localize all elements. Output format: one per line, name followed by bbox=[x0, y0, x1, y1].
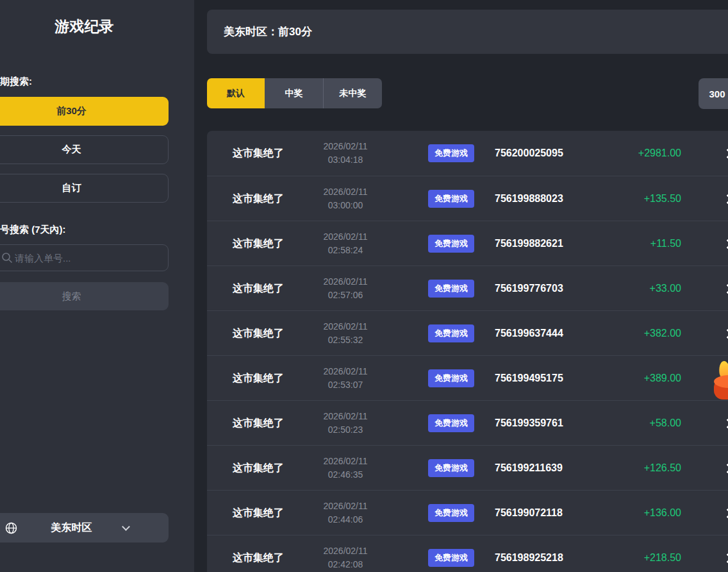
table-row[interactable]: 这市集绝了 2026/02/11 02:53:07 免费游戏 756199495… bbox=[207, 355, 728, 400]
order-id: 756199882621 bbox=[495, 221, 563, 266]
order-id: 756199359761 bbox=[495, 401, 563, 446]
game-name: 这市集绝了 bbox=[233, 535, 284, 572]
order-id: 756199888023 bbox=[495, 176, 563, 221]
win-amount: +33.00 bbox=[650, 266, 681, 311]
result-tabs: 默认 中奖 未中奖 bbox=[207, 78, 382, 108]
game-name: 这市集绝了 bbox=[233, 401, 284, 446]
timezone-selector[interactable]: 美东时区 bbox=[0, 513, 169, 543]
game-name: 这市集绝了 bbox=[233, 446, 284, 491]
order-search-box bbox=[0, 244, 169, 271]
sidebar: 游戏纪录 期搜索: 前30分 今天 自订 号搜索 (7天內): 搜索 美东时区 bbox=[0, 0, 194, 572]
table-row[interactable]: 这市集绝了 2026/02/11 02:58:24 免费游戏 756199882… bbox=[207, 221, 728, 265]
search-icon bbox=[1, 252, 13, 264]
win-amount: +11.50 bbox=[650, 221, 681, 266]
win-amount: +58.00 bbox=[650, 401, 681, 446]
free-game-badge: 免费游戏 bbox=[428, 144, 474, 162]
record-datetime: 2026/02/11 02:42:08 bbox=[307, 544, 384, 571]
record-datetime: 2026/02/11 02:44:06 bbox=[307, 500, 384, 526]
order-id: 756199637444 bbox=[495, 311, 563, 356]
page-title: 游戏纪录 bbox=[0, 17, 169, 37]
free-game-badge: 免费游戏 bbox=[428, 459, 474, 477]
game-name: 这市集绝了 bbox=[233, 131, 284, 176]
filter-today-button[interactable]: 今天 bbox=[0, 135, 169, 164]
record-datetime: 2026/02/11 03:04:18 bbox=[307, 140, 384, 167]
table-row[interactable]: 这市集绝了 2026/02/11 02:55:32 免费游戏 756199637… bbox=[207, 310, 728, 355]
free-game-badge: 免费游戏 bbox=[428, 504, 474, 522]
win-amount: +135.50 bbox=[644, 176, 681, 221]
free-game-badge: 免费游戏 bbox=[428, 324, 474, 342]
game-name: 这市集绝了 bbox=[233, 311, 284, 356]
chevron-right-icon[interactable] bbox=[723, 239, 728, 249]
game-name: 这市集绝了 bbox=[233, 176, 284, 221]
chevron-right-icon[interactable] bbox=[723, 509, 728, 519]
win-amount: +389.00 bbox=[644, 356, 681, 401]
timezone-label: 美东时区 bbox=[0, 521, 169, 535]
win-amount: +218.50 bbox=[644, 535, 681, 572]
tab-winning[interactable]: 中奖 bbox=[265, 78, 323, 108]
free-game-badge: 免费游戏 bbox=[428, 549, 474, 567]
game-name: 这市集绝了 bbox=[233, 356, 284, 401]
table-row[interactable]: 这市集绝了 2026/02/11 02:57:06 免费游戏 756199776… bbox=[207, 265, 728, 310]
tab-not-winning[interactable]: 未中奖 bbox=[323, 78, 382, 108]
order-id: 756199072118 bbox=[495, 491, 563, 535]
table-row[interactable]: 这市集绝了 2026/02/11 02:42:08 免费游戏 756198925… bbox=[207, 535, 728, 572]
table-row[interactable]: 这市集绝了 2026/02/11 03:04:18 免费游戏 756200025… bbox=[207, 131, 728, 176]
tab-default[interactable]: 默认 bbox=[207, 78, 265, 108]
record-datetime: 2026/02/11 02:50:23 bbox=[307, 410, 384, 437]
current-filter-bar: 美东时区：前30分 bbox=[207, 10, 728, 54]
order-id: 756199211639 bbox=[495, 446, 563, 491]
order-id: 756199776703 bbox=[495, 266, 563, 311]
search-button[interactable]: 搜索 bbox=[0, 282, 169, 310]
globe-icon bbox=[5, 522, 17, 534]
order-search-input[interactable] bbox=[15, 245, 143, 271]
chevron-right-icon[interactable] bbox=[723, 194, 728, 205]
order-search-label: 号搜索 (7天內): bbox=[0, 224, 66, 236]
free-game-badge: 免费游戏 bbox=[428, 280, 474, 298]
table-row[interactable]: 这市集绝了 2026/02/11 02:46:35 免费游戏 756199211… bbox=[207, 445, 728, 490]
record-datetime: 2026/02/11 02:55:32 bbox=[307, 320, 384, 347]
free-game-badge: 免费游戏 bbox=[428, 235, 474, 253]
filter-custom-button[interactable]: 自订 bbox=[0, 174, 169, 203]
chevron-right-icon[interactable] bbox=[723, 419, 728, 429]
record-datetime: 2026/02/11 02:58:24 bbox=[307, 230, 384, 257]
table-row[interactable]: 这市集绝了 2026/02/11 03:00:00 免费游戏 756199888… bbox=[207, 176, 728, 221]
chevron-right-icon[interactable] bbox=[723, 464, 728, 474]
game-name: 这市集绝了 bbox=[233, 221, 284, 266]
win-amount: +2981.00 bbox=[638, 131, 681, 176]
current-filter-text: 美东时区：前30分 bbox=[224, 24, 312, 39]
date-search-label: 期搜索: bbox=[0, 76, 32, 88]
game-name: 这市集绝了 bbox=[233, 491, 284, 535]
record-datetime: 2026/02/11 02:57:06 bbox=[307, 275, 384, 302]
free-game-badge: 免费游戏 bbox=[428, 369, 474, 387]
chevron-right-icon[interactable] bbox=[723, 553, 728, 564]
win-amount: +126.50 bbox=[644, 446, 681, 491]
record-datetime: 2026/02/11 02:46:35 bbox=[307, 455, 384, 482]
record-datetime: 2026/02/11 02:53:07 bbox=[307, 365, 384, 392]
order-id: 756200025095 bbox=[495, 131, 563, 176]
win-amount: +382.00 bbox=[644, 311, 681, 356]
filter-last30min-button[interactable]: 前30分 bbox=[0, 97, 169, 126]
free-game-badge: 免费游戏 bbox=[428, 414, 474, 432]
page-size-button[interactable]: 300 bbox=[699, 78, 728, 109]
records-list: 这市集绝了 2026/02/11 03:04:18 免费游戏 756200025… bbox=[207, 131, 728, 572]
win-amount: +136.00 bbox=[644, 491, 681, 535]
chevron-right-icon[interactable] bbox=[723, 149, 728, 159]
order-id: 756199495175 bbox=[495, 356, 563, 401]
record-datetime: 2026/02/11 03:00:00 bbox=[307, 185, 384, 212]
table-row[interactable]: 这市集绝了 2026/02/11 02:50:23 免费游戏 756199359… bbox=[207, 400, 728, 445]
table-row[interactable]: 这市集绝了 2026/02/11 02:44:06 免费游戏 756199072… bbox=[207, 490, 728, 535]
chevron-right-icon[interactable] bbox=[723, 284, 728, 294]
chevron-right-icon[interactable] bbox=[723, 329, 728, 339]
coin-promo-icon[interactable] bbox=[714, 361, 728, 403]
order-id: 756198925218 bbox=[495, 535, 563, 572]
game-name: 这市集绝了 bbox=[233, 266, 284, 311]
free-game-badge: 免费游戏 bbox=[428, 190, 474, 208]
